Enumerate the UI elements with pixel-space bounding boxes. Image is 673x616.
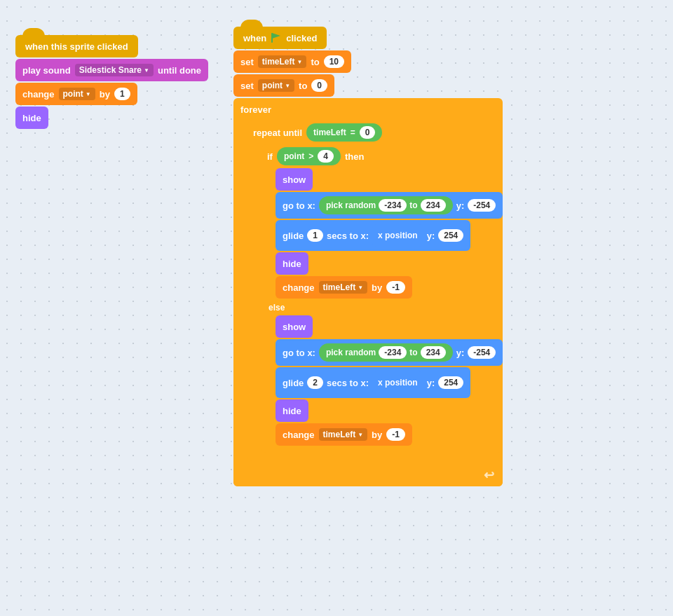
if-label: if <box>267 151 273 162</box>
glide-secs-1[interactable]: 1 <box>307 229 323 242</box>
clicked-label: clicked <box>286 33 317 43</box>
goto-label-2: go to x: <box>283 348 315 358</box>
forever-block[interactable]: forever repeat until timeLeft = 0 <box>233 98 503 486</box>
change-timeleft-block-1[interactable]: change timeLeft by -1 <box>276 276 503 299</box>
repeat-cond-val[interactable]: 0 <box>360 126 376 139</box>
goto-label-1: go to x: <box>283 200 315 211</box>
loop-arrow-icon: ↩ <box>484 467 494 483</box>
if-condition: point > 4 <box>277 147 341 165</box>
glide-secs-to-2: secs to x: <box>327 378 369 388</box>
svg-rect-1 <box>271 33 273 43</box>
repeat-until-label: repeat until <box>253 128 302 138</box>
pick-random-label-1: pick random <box>326 200 376 210</box>
eq-op: = <box>351 128 355 137</box>
if-block[interactable]: if point > 4 then <box>261 144 503 453</box>
hide-label-2: hide <box>283 406 301 416</box>
timeleft-var: timeLeft <box>313 128 346 137</box>
glide-y-val-2[interactable]: 254 <box>438 376 463 389</box>
play-sound-block[interactable]: play sound Sidestick Snare until done <box>15 59 208 81</box>
glide-block-2[interactable]: glide 2 secs to x: x position y: 254 <box>276 367 503 398</box>
by-label-1: by <box>372 282 382 293</box>
pr-from-1[interactable]: -234 <box>379 199 407 212</box>
when-sprite-clicked-block[interactable]: when this sprite clicked <box>15 35 208 57</box>
left-stack: when this sprite clicked play sound Side… <box>15 35 208 129</box>
svg-marker-0 <box>272 33 280 39</box>
change-label: change <box>22 89 55 100</box>
to-label-2: to <box>299 81 307 91</box>
set-label-2: set <box>240 81 254 91</box>
then-label: then <box>345 151 364 162</box>
repeat-until-condition: timeLeft = 0 <box>306 123 382 142</box>
set-point-block[interactable]: set point to 0 <box>233 74 503 97</box>
glide-secs-to-1: secs to x: <box>327 231 369 241</box>
glide-block-1[interactable]: glide 1 secs to x: x position y: 254 <box>276 220 503 251</box>
glide-y-label-2: y: <box>427 378 435 388</box>
to-label-1: to <box>311 57 319 67</box>
pick-random-1[interactable]: pick random -234 to 234 <box>319 196 453 214</box>
glide-y-val-1[interactable]: 254 <box>438 229 463 242</box>
to-label-pr-1: to <box>409 200 417 210</box>
when-sprite-clicked-label: when this sprite clicked <box>25 41 128 52</box>
change-value[interactable]: 1 <box>114 88 130 100</box>
forever-label: forever <box>240 104 271 115</box>
y-val-1[interactable]: -254 <box>468 199 496 212</box>
when-label: when <box>243 33 266 43</box>
pr-to-1[interactable]: 234 <box>421 199 446 212</box>
show-block-2[interactable]: show <box>276 315 503 338</box>
change-val-1[interactable]: -1 <box>386 281 405 294</box>
pr-from-2[interactable]: -234 <box>379 346 407 359</box>
y-val-2[interactable]: -254 <box>468 346 496 359</box>
change-val-2[interactable]: -1 <box>386 428 405 441</box>
goto-block-2[interactable]: go to x: pick random -234 to 234 y: <box>276 339 503 366</box>
pick-random-2[interactable]: pick random -234 to 234 <box>319 343 453 362</box>
point-dropdown[interactable]: point <box>59 88 95 100</box>
repeat-until-block[interactable]: repeat until timeLeft = 0 if <box>247 121 503 461</box>
point-value-2[interactable]: 0 <box>311 79 327 92</box>
glide-secs-2[interactable]: 2 <box>307 376 323 389</box>
by-label: by <box>100 89 110 100</box>
glide-y-label-1: y: <box>427 231 435 241</box>
right-stack: when clicked set timeLeft to 10 <box>233 27 503 486</box>
by-label-2: by <box>372 430 382 440</box>
set-label-1: set <box>240 57 254 67</box>
pick-random-label-2: pick random <box>326 348 376 357</box>
goto-block-1[interactable]: go to x: pick random -234 to 234 y: <box>276 192 503 219</box>
sound-dropdown[interactable]: Sidestick Snare <box>75 64 154 76</box>
scratch-workspace: when this sprite clicked play sound Side… <box>0 0 673 616</box>
x-position-1: x position <box>372 224 423 247</box>
show-label-2: show <box>283 322 306 332</box>
timeleft-value-1[interactable]: 10 <box>324 55 344 68</box>
pr-to-2[interactable]: 234 <box>421 346 446 359</box>
timeleft-dropdown-1[interactable]: timeLeft <box>258 55 307 68</box>
hide-block-1[interactable]: hide <box>276 252 503 275</box>
gt-op: > <box>308 151 313 161</box>
until-done-label: until done <box>158 65 201 76</box>
change-timeleft-block-2[interactable]: change timeLeft by -1 <box>276 423 503 446</box>
flag-icon <box>271 32 282 43</box>
y-label-2: y: <box>456 348 465 358</box>
y-label-1: y: <box>456 200 465 211</box>
show-label-1: show <box>283 174 306 185</box>
change-label-1: change <box>283 282 315 293</box>
when-flag-clicked-block[interactable]: when clicked <box>233 27 503 49</box>
hide-block[interactable]: hide <box>15 107 208 129</box>
point-var: point <box>284 151 304 161</box>
hide-block-2[interactable]: hide <box>276 399 503 422</box>
set-timeleft-block[interactable]: set timeLeft to 10 <box>233 50 503 73</box>
timeleft-dropdown-change-2[interactable]: timeLeft <box>319 428 368 441</box>
point-dropdown-2[interactable]: point <box>258 79 294 92</box>
to-label-pr-2: to <box>409 348 417 357</box>
x-position-2: x position <box>372 371 423 394</box>
timeleft-dropdown-change-1[interactable]: timeLeft <box>319 281 368 294</box>
show-block-1[interactable]: show <box>276 168 503 191</box>
change-label-2: change <box>283 430 315 440</box>
hide-label: hide <box>22 113 41 123</box>
change-point-block[interactable]: change point by 1 <box>15 83 208 105</box>
glide-label-1: glide <box>283 231 304 241</box>
hide-label-1: hide <box>283 259 301 269</box>
else-label: else <box>261 300 503 315</box>
play-sound-label: play sound <box>22 65 71 76</box>
if-cond-val[interactable]: 4 <box>318 150 334 163</box>
glide-label-2: glide <box>283 378 304 388</box>
